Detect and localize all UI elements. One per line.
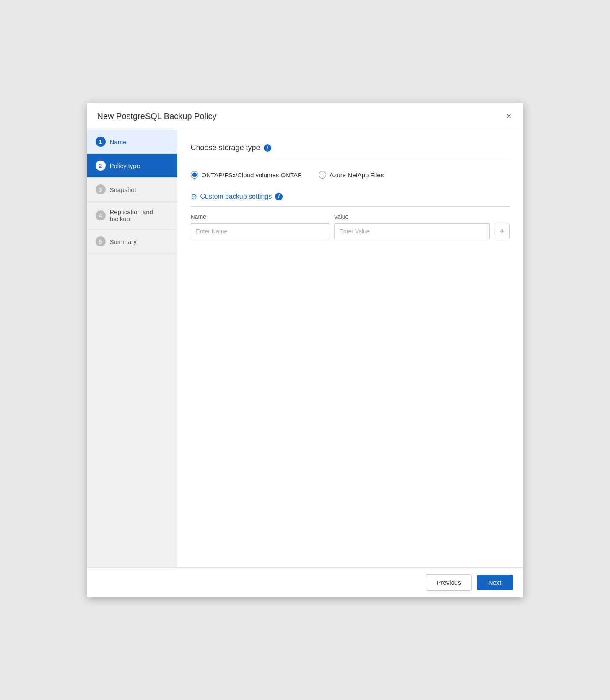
storage-type-info-icon[interactable]: i (264, 144, 271, 152)
sidebar-item-summary[interactable]: 5 Summary (87, 230, 177, 254)
add-row-button[interactable]: + (495, 224, 510, 239)
ontap-radio-text: ONTAP/FSx/Cloud volumes ONTAP (202, 171, 302, 179)
close-button[interactable]: × (505, 110, 513, 122)
section-divider (191, 161, 510, 161)
sidebar: 1 Name 2 Policy type 3 Snapshot 4 Replic… (87, 130, 177, 567)
azure-radio[interactable] (319, 171, 326, 179)
sidebar-item-name[interactable]: 1 Name (87, 130, 177, 154)
sidebar-item-policy-type[interactable]: 2 Policy type (87, 154, 177, 178)
step-badge-4: 4 (96, 210, 106, 220)
sidebar-item-label-summary: Summary (110, 238, 137, 245)
step-badge-5: 5 (96, 236, 106, 246)
value-input[interactable] (334, 223, 490, 239)
modal-header: New PostgreSQL Backup Policy × (87, 103, 523, 130)
table-header: Name Value (191, 213, 510, 220)
collapse-icon[interactable]: ⊖ (191, 192, 197, 201)
storage-type-radio-group: ONTAP/FSx/Cloud volumes ONTAP Azure NetA… (191, 171, 510, 179)
table-row: + (191, 223, 510, 239)
section-title-text: Choose storage type (191, 143, 260, 152)
sidebar-item-label-name: Name (110, 138, 127, 145)
col-value-header: Value (334, 213, 510, 220)
col-name-header: Name (191, 213, 329, 220)
step-badge-3: 3 (96, 184, 106, 194)
sidebar-item-label-policy-type: Policy type (110, 162, 140, 169)
ontap-radio-label[interactable]: ONTAP/FSx/Cloud volumes ONTAP (191, 171, 302, 179)
modal-body: 1 Name 2 Policy type 3 Snapshot 4 Replic… (87, 130, 523, 567)
main-content: Choose storage type i ONTAP/FSx/Cloud vo… (177, 130, 523, 567)
azure-radio-text: Azure NetApp Files (330, 171, 384, 179)
custom-backup-header: ⊖ Custom backup settings i (191, 192, 510, 207)
custom-backup-info-icon[interactable]: i (275, 193, 283, 200)
modal-container: New PostgreSQL Backup Policy × 1 Name 2 … (87, 103, 523, 597)
custom-backup-title[interactable]: Custom backup settings (200, 193, 272, 200)
sidebar-item-label-replication: Replication and backup (110, 208, 169, 223)
step-badge-1: 1 (96, 137, 106, 147)
sidebar-item-replication[interactable]: 4 Replication and backup (87, 202, 177, 230)
step-badge-2: 2 (96, 161, 106, 171)
previous-button[interactable]: Previous (426, 574, 471, 591)
next-button[interactable]: Next (477, 575, 513, 590)
modal-footer: Previous Next (87, 567, 523, 597)
name-input[interactable] (191, 223, 329, 239)
ontap-radio[interactable] (191, 171, 198, 179)
section-title-area: Choose storage type i (191, 143, 510, 152)
modal-title: New PostgreSQL Backup Policy (97, 111, 217, 121)
azure-radio-label[interactable]: Azure NetApp Files (319, 171, 384, 179)
sidebar-item-label-snapshot: Snapshot (110, 186, 136, 193)
sidebar-item-snapshot[interactable]: 3 Snapshot (87, 178, 177, 202)
